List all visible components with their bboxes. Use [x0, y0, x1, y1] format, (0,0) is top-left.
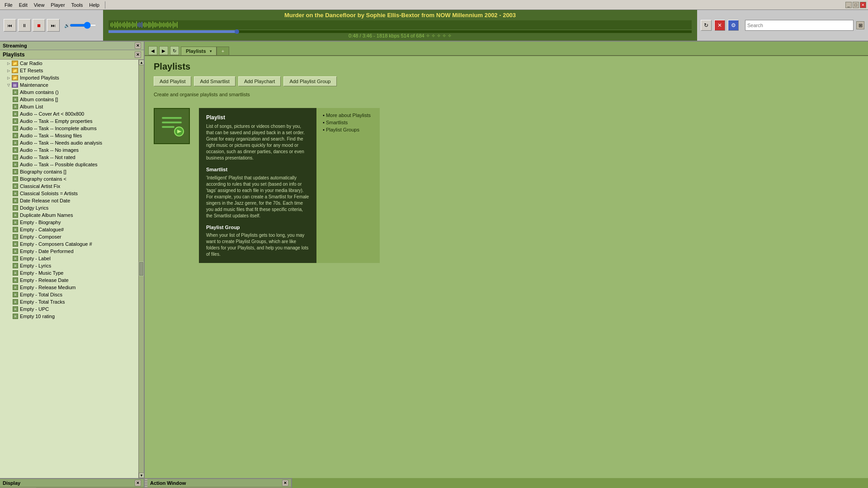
- playlist-icon: ≡: [13, 111, 18, 117]
- list-item[interactable]: ≡ Date Release not Date: [0, 197, 138, 204]
- search-input[interactable]: [747, 23, 851, 28]
- playlist-icon: ≡: [13, 162, 18, 167]
- expand-button[interactable]: ⊞: [856, 21, 864, 29]
- track-info: 0:48 / 3:46 - 1818 kbps 514 of 684 ✧ ✧ ✧…: [349, 33, 452, 39]
- list-item[interactable]: ≡ Empty - Total Discs: [0, 291, 138, 298]
- list-item-label: Empty - Biography: [20, 220, 61, 225]
- folder-icon: 📁: [12, 75, 18, 80]
- svg-rect-2: [162, 126, 175, 128]
- nav-forward-button[interactable]: ▶: [159, 46, 168, 55]
- playlists-close[interactable]: ✕: [135, 52, 141, 58]
- nav-back-button[interactable]: ◀: [148, 46, 157, 55]
- menu-file[interactable]: File: [2, 1, 15, 9]
- list-item[interactable]: ≡ Empty - UPC: [0, 305, 138, 313]
- list-item[interactable]: ≡ Audio -- Task -- Needs audio analysis: [0, 139, 138, 146]
- list-item-label: Empty - Composers Catalogue #: [20, 241, 92, 247]
- display-close[interactable]: ✕: [135, 480, 141, 486]
- list-item[interactable]: ≡ Album List: [0, 103, 138, 110]
- playlist-icon: ≡: [13, 263, 18, 268]
- list-item[interactable]: ≡ Audio -- Task -- Missing files: [0, 132, 138, 139]
- tab-bar: ◀ ▶ ↻ Playlists ▾ +: [145, 42, 868, 56]
- streaming-close[interactable]: ✕: [135, 42, 141, 49]
- list-item[interactable]: ▷ 📁 Imported Playlists: [0, 74, 138, 81]
- add-playchart-button[interactable]: Add Playchart: [238, 76, 281, 86]
- stop-button[interactable]: ⏹: [33, 19, 45, 32]
- list-item[interactable]: ≡ Biography contains <: [0, 175, 138, 183]
- menu-view[interactable]: View: [31, 1, 47, 9]
- list-item-label: Album contains []: [20, 97, 58, 102]
- list-item[interactable]: ≡ Classical Artist Fix: [0, 183, 138, 190]
- list-item[interactable]: ≡ Album contains []: [0, 96, 138, 103]
- nav-refresh-button[interactable]: ↻: [170, 46, 179, 55]
- close-button[interactable]: ✕: [714, 20, 725, 31]
- display-header: Display ✕: [0, 479, 144, 488]
- sidebar-link-smartlists[interactable]: Smartlists: [326, 120, 348, 125]
- window-maximize[interactable]: □: [853, 2, 859, 8]
- sidebar-link-more-playlists[interactable]: More about Playlists: [326, 113, 371, 118]
- list-item[interactable]: ≡ Empty - Composer: [0, 233, 138, 240]
- sidebar-link-playlist-groups[interactable]: Playlist Groups: [326, 127, 359, 132]
- search-box[interactable]: [745, 20, 854, 31]
- list-item[interactable]: ≡ Empty - Composers Catalogue #: [0, 240, 138, 248]
- playlists-section-label: Playlists: [3, 52, 25, 58]
- list-item[interactable]: ▽ ▤ Maintenance: [0, 81, 138, 89]
- list-item[interactable]: ≡ Dodgy Lyrics: [0, 204, 138, 211]
- list-item[interactable]: ≡ Audio -- Task -- No images: [0, 146, 138, 154]
- action-window: Action Window ✕ ← □ ✂ □ □ ▼: [147, 478, 292, 488]
- menu-tools[interactable]: Tools: [69, 1, 86, 9]
- folder-icon: 📁: [12, 61, 18, 66]
- list-item-label: Empty - Release Medium: [20, 285, 76, 290]
- prev-button[interactable]: ⏮: [4, 19, 16, 32]
- list-item[interactable]: ≡ Album contains (): [0, 89, 138, 96]
- list-item-label: Empty - Music Type: [20, 270, 63, 276]
- list-item[interactable]: ≡ Empty - Release Medium: [0, 284, 138, 291]
- scroll-up-arrow[interactable]: ▲: [139, 60, 144, 65]
- list-item-label: Audio -- Task -- Missing files: [20, 133, 82, 138]
- list-item[interactable]: ≡ Audio -- Task -- Incomplete albums: [0, 125, 138, 132]
- add-playlist-group-button[interactable]: Add Playlist Group: [283, 76, 336, 86]
- tab-playlists[interactable]: Playlists ▾: [181, 47, 217, 55]
- list-item[interactable]: ≡ Empty - Music Type: [0, 269, 138, 277]
- list-item[interactable]: ≡ Empty - Date Performed: [0, 248, 138, 255]
- menu-edit[interactable]: Edit: [16, 1, 30, 9]
- volume-slider[interactable]: 🔊: [64, 23, 97, 28]
- playlist-icon: ≡: [13, 183, 18, 189]
- list-item[interactable]: ≡ Biography contains []: [0, 168, 138, 175]
- next-button[interactable]: ⏭: [47, 19, 60, 32]
- settings-button[interactable]: ⚙: [728, 20, 739, 31]
- scroll-down-arrow[interactable]: ▼: [139, 473, 144, 478]
- add-playlist-button[interactable]: Add Playlist: [154, 76, 191, 86]
- list-item[interactable]: ≡ Duplicate Album Names: [0, 211, 138, 219]
- track-title: Murder on the Dancefloor by Sophie Ellis…: [284, 12, 516, 19]
- list-item[interactable]: ≡ Audio -- Task -- Not rated: [0, 154, 138, 161]
- list-item[interactable]: ▷ 📁 ET Resets: [0, 67, 138, 74]
- refresh-button[interactable]: ↻: [701, 20, 712, 31]
- list-item[interactable]: ≡ Empty - Catalogue#: [0, 226, 138, 233]
- seek-bar[interactable]: [108, 30, 692, 33]
- list-item[interactable]: ≡ Empty - Release Date: [0, 277, 138, 284]
- list-item[interactable]: ≡ Empty 10 rating: [0, 313, 138, 320]
- list-item[interactable]: ≡ Empty - Total Tracks: [0, 298, 138, 305]
- list-item[interactable]: ≡ Empty - Label: [0, 255, 138, 262]
- list-item-label: Car Radio: [20, 61, 42, 66]
- list-item[interactable]: ▷ 📁 Car Radio: [0, 60, 138, 67]
- playlist-icon: ≡: [13, 198, 18, 203]
- add-smartlist-button[interactable]: Add Smartlist: [194, 76, 235, 86]
- list-item[interactable]: ≡ Classical Soloists = Artists: [0, 190, 138, 197]
- window-close[interactable]: ✕: [860, 2, 866, 8]
- list-item-label: Empty - UPC: [20, 306, 49, 312]
- list-item[interactable]: ≡ Audio -- Task -- Empty properties: [0, 117, 138, 125]
- list-item[interactable]: ≡ Empty - Lyrics: [0, 262, 138, 269]
- pause-button[interactable]: ⏸: [18, 19, 31, 32]
- playlist-icon: ≡: [13, 256, 18, 261]
- tab-new[interactable]: +: [217, 47, 229, 55]
- menu-help[interactable]: Help: [86, 1, 102, 9]
- window-minimize[interactable]: _: [845, 2, 852, 8]
- list-item[interactable]: ≡ Audio -- Cover Art < 800x800: [0, 110, 138, 117]
- playlist-icon: ≡: [13, 212, 18, 218]
- list-item[interactable]: ≡ Audio -- Task -- Possible duplicates: [0, 161, 138, 168]
- action-window-close[interactable]: ✕: [282, 480, 288, 486]
- menu-player[interactable]: Player: [48, 1, 67, 9]
- playlist-icon: ≡: [13, 89, 18, 95]
- list-item[interactable]: ≡ Empty - Biography: [0, 219, 138, 226]
